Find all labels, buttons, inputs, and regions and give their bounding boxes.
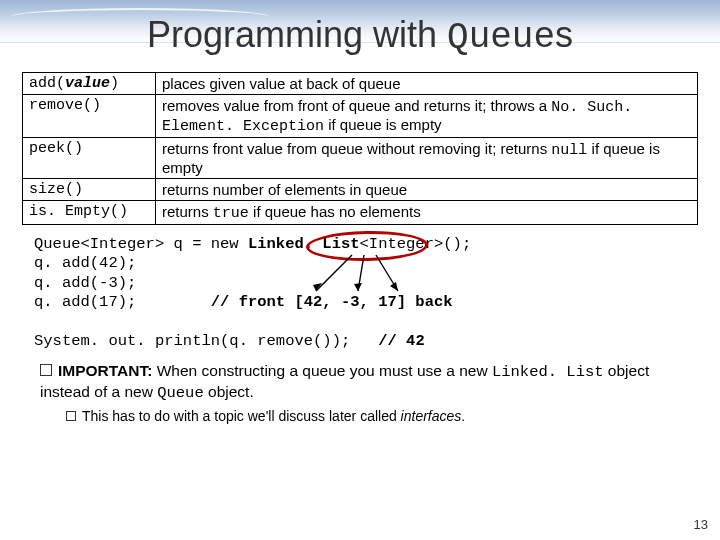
svg-marker-3: [354, 283, 362, 291]
bullet-square-icon: [66, 411, 76, 421]
method-cell: remove(): [23, 95, 156, 138]
svg-marker-1: [313, 283, 322, 291]
api-table: add(value) places given value at back of…: [22, 72, 698, 225]
slide-content: add(value) places given value at back of…: [22, 72, 698, 424]
desc-cell: places given value at back of queue: [156, 73, 698, 95]
important-subnote: This has to do with a topic we'll discus…: [66, 408, 698, 424]
method-cell: add(value): [23, 73, 156, 95]
slide-title: Programming with Queues: [0, 14, 720, 58]
table-row: peek() returns front value from queue wi…: [23, 138, 698, 179]
table-row: add(value) places given value at back of…: [23, 73, 698, 95]
method-cell: peek(): [23, 138, 156, 179]
svg-line-4: [376, 255, 398, 291]
table-row: size() returns number of elements in que…: [23, 179, 698, 201]
method-cell: is. Empty(): [23, 201, 156, 225]
arrows-annotation: [344, 255, 404, 295]
desc-cell: removes value from front of queue and re…: [156, 95, 698, 138]
bullet-square-icon: [40, 364, 52, 376]
desc-cell: returns true if queue has no elements: [156, 201, 698, 225]
desc-cell: returns number of elements in queue: [156, 179, 698, 201]
title-text-pre: Programming with: [147, 14, 447, 55]
desc-cell: returns front value from queue without r…: [156, 138, 698, 179]
method-cell: size(): [23, 179, 156, 201]
svg-line-0: [316, 255, 352, 291]
table-row: remove() removes value from front of que…: [23, 95, 698, 138]
svg-line-2: [358, 255, 364, 291]
svg-marker-5: [390, 282, 398, 291]
title-code: Queue: [447, 17, 555, 58]
code-example: Queue<Integer> q = new Linked. List<Inte…: [34, 235, 698, 351]
table-row: is. Empty() returns true if queue has no…: [23, 201, 698, 225]
page-number: 13: [694, 517, 708, 532]
important-note: IMPORTANT: When constructing a queue you…: [40, 361, 698, 403]
note-label: IMPORTANT:: [58, 362, 152, 379]
title-text-post: s: [555, 14, 573, 55]
